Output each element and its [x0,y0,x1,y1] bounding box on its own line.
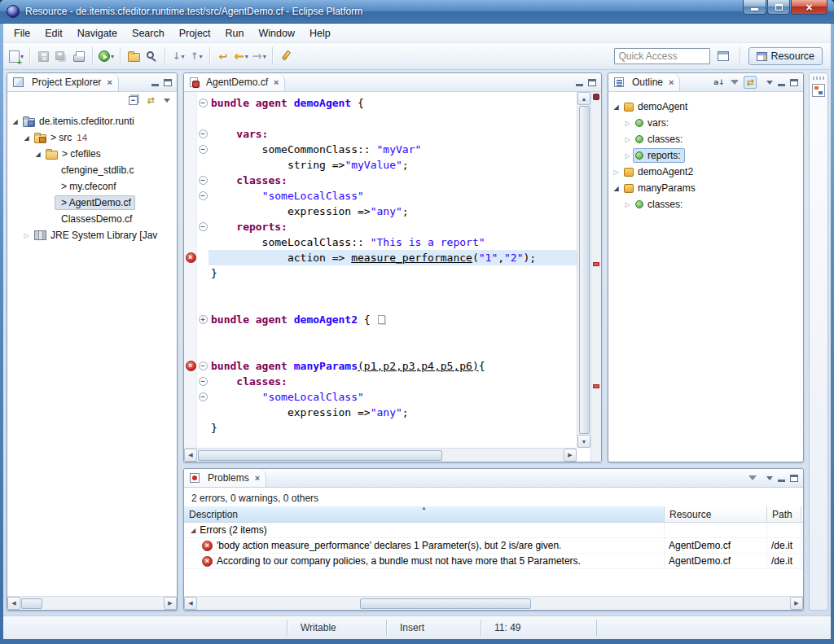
menu-navigate[interactable]: Navigate [70,25,125,42]
outline-item-demoagent[interactable]: ◢demoAgent [608,99,803,115]
mark-occurrences-button[interactable] [278,47,294,65]
explorer-item-src[interactable]: ◢> src14 [7,129,177,146]
menu-search[interactable]: Search [125,25,172,42]
explorer-item-cfengine-stdlib-c[interactable]: cfengine_stdlib.c [7,162,177,178]
expander-icon[interactable]: ▷ [611,169,621,176]
menu-edit[interactable]: Edit [37,25,70,42]
expander-icon[interactable]: ◢ [611,185,621,192]
code-line-18[interactable]: ×−bundle agent manyParams(p1,p2,p3,p4,p5… [184,358,577,374]
code-line-5[interactable]: string =>"myValue"; [184,157,577,173]
close-view-icon[interactable]: × [669,78,674,87]
quick-access-input[interactable] [614,48,710,64]
expander-icon[interactable]: ◢ [611,103,621,111]
code-line-4[interactable]: − someCommonClass:: "myVar" [184,142,577,157]
back-button[interactable]: ←▾ [233,47,249,65]
collapse-fold-icon[interactable]: − [199,392,208,401]
scrollbar-thumb[interactable] [579,106,590,434]
maximize-icon[interactable] [164,79,172,86]
explorer-item-agentdemo-cf[interactable]: > AgentDemo.cf [7,195,177,211]
code-line-20[interactable]: − "someLocalClass" [184,389,577,405]
run-external-tools-button[interactable]: ▾ [98,47,115,65]
editor-tab-agentdemo[interactable]: AgentDemo.cf × [184,73,285,91]
maximize-button[interactable] [767,0,790,15]
open-perspective-button[interactable] [715,47,731,65]
expander-icon[interactable]: ▷ [622,136,633,143]
collapse-all-icon[interactable] [129,96,138,105]
problems-tab[interactable]: Problems × [184,469,266,487]
horizontal-scrollbar[interactable]: ◀ ▶ [184,448,577,462]
horizontal-scrollbar[interactable]: ◀ ▶ [7,596,177,610]
sort-icon[interactable]: a↓ [713,76,726,89]
expander-icon[interactable]: ▷ [21,232,32,239]
outline-item-manyparams[interactable]: ◢manyParams [608,180,803,196]
link-with-editor-icon[interactable]: ⇄ [144,94,157,107]
expander-icon[interactable]: ◢ [33,151,43,158]
maximize-icon[interactable] [588,79,596,86]
collapse-fold-icon[interactable]: − [199,145,208,154]
previous-annotation-button[interactable]: ↑▾ [188,47,204,65]
scroll-down-button[interactable]: ▼ [577,435,590,448]
code-area[interactable]: −bundle agent demoAgent {− vars:− someCo… [184,92,577,448]
collapse-fold-icon[interactable]: − [199,222,208,231]
scrollbar-thumb[interactable] [21,598,42,609]
column-header-path[interactable]: Path [767,506,801,522]
menu-help[interactable]: Help [302,25,338,42]
code-line-8[interactable]: expression =>"any"; [184,204,577,219]
scroll-right-button[interactable]: ▶ [164,597,177,610]
print-button[interactable] [71,47,87,65]
scroll-up-button[interactable]: ▲ [577,92,590,105]
code-line-1[interactable]: −bundle agent demoAgent { [184,95,577,111]
code-line-15[interactable]: +bundle agent demoAgent2 { [184,312,577,327]
minimize-icon[interactable] [151,84,159,86]
problem-row[interactable]: ×According to our company policies, a bu… [184,554,803,569]
dropdown-arrow-icon[interactable]: ▾ [200,53,203,60]
scroll-right-button[interactable]: ▶ [790,597,803,610]
dropdown-arrow-icon[interactable]: ▾ [263,53,266,60]
code-line-14[interactable] [184,296,577,312]
collapse-fold-icon[interactable]: − [199,129,208,138]
scrollbar-thumb[interactable] [198,450,442,461]
link-with-editor-icon[interactable]: ⇄ [744,76,757,89]
close-view-icon[interactable]: × [255,474,260,483]
problem-row[interactable]: ×'body action measure_performance' decla… [184,538,803,554]
open-folder-button[interactable] [125,47,142,65]
code-line-7[interactable]: − "someLocalClass" [184,188,577,204]
titlebar[interactable]: Resource - de.itemis.cfeditor.runtime.te… [0,0,834,24]
overview-ruler[interactable] [590,92,601,462]
explorer-item-de-itemis-cfeditor-runti[interactable]: ◢de.itemis.cfeditor.runti [7,113,177,129]
close-view-icon[interactable]: × [107,78,112,87]
code-line-22[interactable]: } [184,420,577,436]
code-line-10[interactable]: someLocalClass:: "This is a report" [184,234,577,250]
outline-item-reports[interactable]: ▷reports: [608,147,803,164]
menu-window[interactable]: Window [252,25,302,42]
next-annotation-button[interactable]: ↓▾ [170,47,187,65]
maximize-icon[interactable] [790,79,798,86]
collapse-fold-icon[interactable]: − [199,191,208,200]
expander-icon[interactable]: ◢ [21,134,32,142]
outline-item-demoagent2[interactable]: ▷demoAgent2 [608,164,803,180]
dropdown-arrow-icon[interactable]: ▾ [182,53,185,60]
collapse-fold-icon[interactable]: − [199,361,208,370]
code-line-6[interactable]: − classes: [184,173,577,188]
code-line-21[interactable]: expression =>"any"; [184,405,577,420]
filter-icon[interactable] [731,80,739,85]
scrollbar-thumb[interactable] [360,598,531,609]
problems-group-row[interactable]: ◢Errors (2 items) [184,523,803,538]
vertical-scrollbar[interactable]: ▲ ▼ [577,92,590,448]
scroll-left-button[interactable]: ◀ [184,597,197,610]
close-button[interactable]: × [791,0,827,15]
new-wizard-button[interactable]: ▾ [8,47,24,65]
resource-perspective-button[interactable]: Resource [748,47,823,65]
error-overview-marker[interactable] [593,262,599,266]
drag-handle[interactable] [813,77,824,80]
outline-tab[interactable]: Outline × [608,73,680,91]
minimized-palette-view-icon[interactable] [812,84,825,97]
code-line-13[interactable] [184,281,577,296]
expander-icon[interactable]: ▷ [622,120,633,127]
dropdown-arrow-icon[interactable]: ▾ [245,53,248,60]
menu-file[interactable]: File [7,25,37,42]
project-explorer-tab[interactable]: Project Explorer × [7,73,119,91]
outline-item-classes[interactable]: ▷classes: [608,131,803,147]
view-menu-icon[interactable] [164,99,170,103]
explorer-item-classesdemo-cf[interactable]: ClassesDemo.cf [7,211,177,227]
